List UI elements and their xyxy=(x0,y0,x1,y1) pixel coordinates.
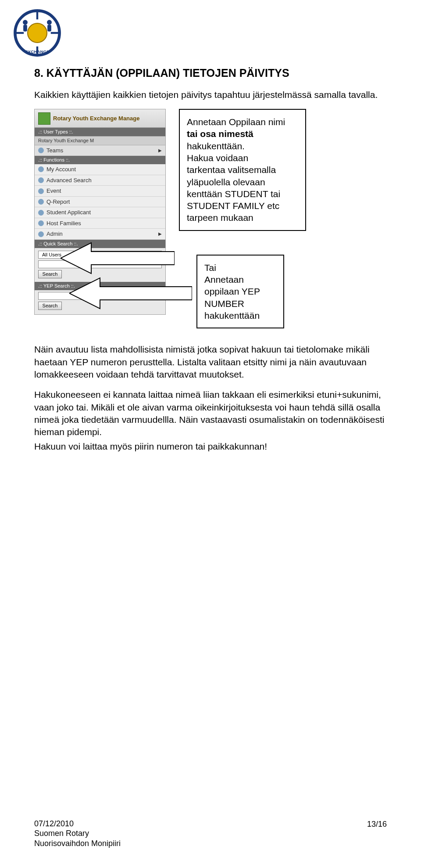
page-heading: 8. KÄYTTÄJÄN (OPPILAAN) TIETOJEN PÄIVITY… xyxy=(34,66,387,81)
svg-marker-11 xyxy=(61,243,175,274)
svg-point-1 xyxy=(28,23,47,43)
menu-admin[interactable]: Admin ▶ xyxy=(35,229,165,240)
menu-my-account[interactable]: My Account xyxy=(35,164,165,175)
bullet-icon xyxy=(38,199,44,205)
menu-label: Student Applicant xyxy=(46,209,91,216)
svg-point-8 xyxy=(47,20,52,25)
callout-line: tarkentaa valitsemalla xyxy=(187,164,298,176)
menu-advanced-search[interactable]: Advanced Search xyxy=(35,175,165,186)
menu-label: My Account xyxy=(46,166,76,173)
search-button[interactable]: Search xyxy=(38,270,62,278)
menu-event[interactable]: Event xyxy=(35,186,165,197)
callout-name-search: Annetaan Oppilaan nimi tai osa nimestä h… xyxy=(179,109,306,231)
bullet-icon xyxy=(38,210,44,216)
callout-line: Tai xyxy=(204,262,276,274)
section-user-types: .:: User Types ::. xyxy=(35,128,165,136)
menu-label: Teams xyxy=(46,147,63,155)
menu-label: Q-Report xyxy=(46,198,70,206)
callout-line: kenttään STUDENT tai xyxy=(187,188,298,200)
svg-rect-9 xyxy=(47,25,51,31)
arrow-to-quick-search xyxy=(61,241,175,276)
menu-label: Host Families xyxy=(46,220,81,227)
footer-date: 07/12/2010 xyxy=(34,819,74,828)
menu-q-report[interactable]: Q-Report xyxy=(35,197,165,208)
people-icon xyxy=(38,112,50,125)
callout-line: oppilaan YEP xyxy=(204,285,276,297)
callout-line: tarpeen mukaan xyxy=(187,212,298,223)
bullet-icon xyxy=(38,177,44,183)
menu-label: Admin xyxy=(46,230,63,238)
menu-student-applicant[interactable]: Student Applicant xyxy=(35,207,165,218)
bullet-icon xyxy=(38,231,44,237)
rotary-logo: EXCHANGE xyxy=(13,9,61,57)
callout-line: Annetaan Oppilaan nimi xyxy=(187,116,298,128)
svg-rect-7 xyxy=(23,25,27,31)
callout-line: STUDENT FAMILY etc xyxy=(187,200,298,212)
intro-paragraph: Kaikkien käyttäjien kaikkien tietojen pä… xyxy=(34,89,387,101)
svg-point-6 xyxy=(23,20,28,25)
callout-line: Annetaan xyxy=(204,274,276,285)
menu-host-families[interactable]: Host Families xyxy=(35,218,165,229)
svg-marker-12 xyxy=(69,278,192,309)
app-banner: Rotary Youth Exchange Manage xyxy=(35,109,165,128)
footer-org-2: Nuorisovaihdon Monipiiri xyxy=(34,839,121,849)
bullet-icon xyxy=(38,220,44,226)
callout-line: hakukenttään. xyxy=(187,140,298,152)
section-functions: .:: Functions ::. xyxy=(35,156,165,164)
body-paragraph-2: Hakukoneeseen ei kannata laittaa nimeä l… xyxy=(34,389,387,438)
arrow-to-yep-search xyxy=(69,276,192,311)
bullet-icon xyxy=(38,148,44,153)
menu-label: Advanced Search xyxy=(46,176,92,184)
body-paragraph-1: Näin avautuu lista mahdollisista nimistä… xyxy=(34,343,387,381)
callout-line: Hakua voidaan xyxy=(187,152,298,164)
menu-label: Event xyxy=(46,187,61,195)
callout-line: NUMBER xyxy=(204,298,276,310)
callout-line: hakukenttään xyxy=(204,310,276,321)
page-footer: 07/12/2010 Suomen Rotary Nuorisovaihdon … xyxy=(34,819,387,849)
footer-page-number: 13/16 xyxy=(367,819,387,829)
callout-line: yläpuolella olevaan xyxy=(187,176,298,188)
chevron-right-icon: ▶ xyxy=(158,148,162,154)
bullet-icon xyxy=(38,188,44,194)
menu-teams[interactable]: Teams ▶ xyxy=(35,145,165,156)
body-paragraph-3: Hakuun voi laittaa myös piirin numeron t… xyxy=(34,440,387,453)
app-banner-title: Rotary Youth Exchange Manage xyxy=(53,115,139,122)
bullet-icon xyxy=(38,166,44,172)
yep-search-button[interactable]: Search xyxy=(38,302,62,310)
callout-yep-search: Tai Annetaan oppilaan YEP NUMBER hakuken… xyxy=(196,255,284,328)
svg-text:EXCHANGE: EXCHANGE xyxy=(25,49,50,54)
chevron-right-icon: ▶ xyxy=(158,231,162,237)
callout-line-bold: tai osa nimestä xyxy=(187,129,253,139)
subbar: Rotary Youth Exchange M xyxy=(35,136,165,145)
footer-org-1: Suomen Rotary xyxy=(34,828,121,839)
